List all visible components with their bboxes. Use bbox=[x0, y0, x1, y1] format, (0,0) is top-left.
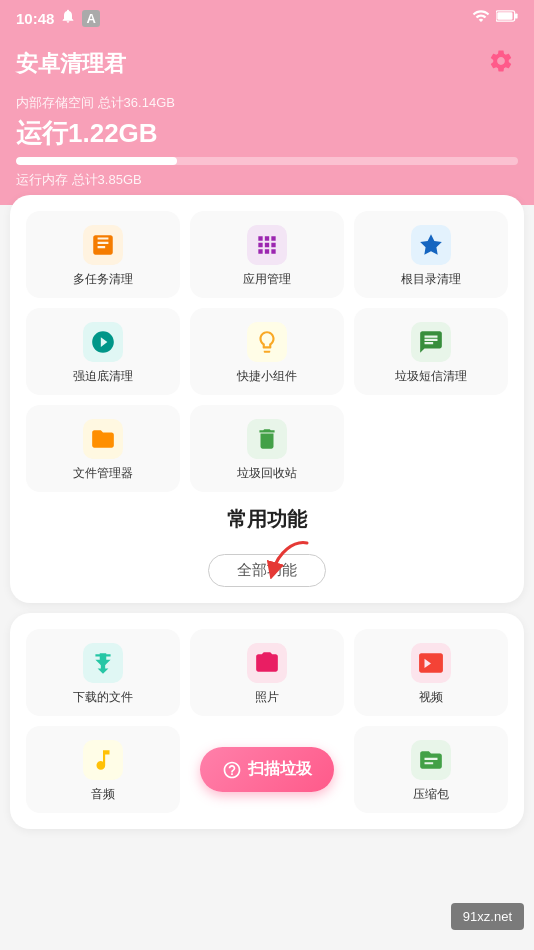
wifi-icon bbox=[472, 7, 490, 29]
filemgr-icon bbox=[83, 419, 123, 459]
smsclean-icon bbox=[411, 322, 451, 362]
status-left: 10:48 A bbox=[16, 8, 100, 28]
watermark: 91xz.net bbox=[451, 903, 524, 930]
audio-icon bbox=[83, 740, 123, 780]
multitask-icon bbox=[83, 225, 123, 265]
rootclean-icon bbox=[411, 225, 451, 265]
app-title: 安卓清理君 bbox=[16, 49, 126, 79]
scan-button-container: 扫描垃圾 bbox=[190, 726, 344, 813]
feature-rootclean-label: 根目录清理 bbox=[401, 271, 461, 288]
feature-deepclean-label: 强迫底清理 bbox=[73, 368, 133, 385]
ram-total-label: 运行内存 总计3.85GB bbox=[16, 171, 518, 189]
progress-fill bbox=[16, 157, 177, 165]
media-top-row: 下载的文件 照片 视频 bbox=[26, 629, 508, 716]
media-compress[interactable]: 压缩包 bbox=[354, 726, 508, 813]
ram-used-label: 运行1.22GB bbox=[16, 116, 518, 151]
widget-icon bbox=[247, 322, 287, 362]
feature-multitask[interactable]: 多任务清理 bbox=[26, 211, 180, 298]
media-audio[interactable]: 音频 bbox=[26, 726, 180, 813]
feature-deepclean[interactable]: 强迫底清理 bbox=[26, 308, 180, 395]
feature-multitask-label: 多任务清理 bbox=[73, 271, 133, 288]
download-icon bbox=[83, 643, 123, 683]
appmanage-icon bbox=[247, 225, 287, 265]
feature-recycle[interactable]: 垃圾回收站 bbox=[190, 405, 344, 492]
pointing-arrow bbox=[237, 539, 317, 579]
app-header: 安卓清理君 bbox=[0, 36, 534, 84]
internal-storage-label: 内部存储空间 总计36.14GB bbox=[16, 94, 518, 112]
scan-button[interactable]: 扫描垃圾 bbox=[200, 747, 334, 792]
feature-appmanage[interactable]: 应用管理 bbox=[190, 211, 344, 298]
scan-btn-label: 扫描垃圾 bbox=[248, 759, 312, 780]
media-video[interactable]: 视频 bbox=[354, 629, 508, 716]
photo-icon bbox=[247, 643, 287, 683]
media-download[interactable]: 下载的文件 bbox=[26, 629, 180, 716]
notification-icon bbox=[60, 8, 76, 28]
feature-rootclean[interactable]: 根目录清理 bbox=[354, 211, 508, 298]
feature-widget[interactable]: 快捷小组件 bbox=[190, 308, 344, 395]
recycle-icon bbox=[247, 419, 287, 459]
media-card: 下载的文件 照片 视频 bbox=[10, 613, 524, 829]
media-video-label: 视频 bbox=[419, 689, 443, 706]
feature-widget-label: 快捷小组件 bbox=[237, 368, 297, 385]
media-audio-label: 音频 bbox=[91, 786, 115, 803]
common-func-section: 常用功能 bbox=[26, 506, 508, 533]
svg-rect-2 bbox=[497, 12, 512, 20]
media-photo-label: 照片 bbox=[255, 689, 279, 706]
video-icon bbox=[411, 643, 451, 683]
features-grid: 多任务清理 应用管理 根目录清理 bbox=[26, 211, 508, 492]
status-right bbox=[472, 7, 518, 29]
arrow-button-area: 全部功能 bbox=[26, 543, 508, 587]
common-func-title: 常用功能 bbox=[26, 506, 508, 533]
feature-recycle-label: 垃圾回收站 bbox=[237, 465, 297, 482]
battery-icon bbox=[496, 9, 518, 27]
compress-icon bbox=[411, 740, 451, 780]
media-photo[interactable]: 照片 bbox=[190, 629, 344, 716]
settings-button[interactable] bbox=[484, 44, 518, 84]
media-bottom-row: 音频 扫描垃圾 压缩包 bbox=[26, 726, 508, 813]
sim-icon: A bbox=[82, 10, 99, 27]
feature-filemgr[interactable]: 文件管理器 bbox=[26, 405, 180, 492]
storage-section: 内部存储空间 总计36.14GB 运行1.22GB 运行内存 总计3.85GB bbox=[0, 84, 534, 205]
scan-icon bbox=[222, 760, 242, 780]
status-time: 10:48 bbox=[16, 10, 54, 27]
media-download-label: 下载的文件 bbox=[73, 689, 133, 706]
media-compress-label: 压缩包 bbox=[413, 786, 449, 803]
watermark-text: 91xz.net bbox=[463, 909, 512, 924]
status-bar: 10:48 A bbox=[0, 0, 534, 36]
storage-progress-bar bbox=[16, 157, 518, 165]
svg-rect-1 bbox=[515, 13, 518, 18]
feature-smsclean-label: 垃圾短信清理 bbox=[395, 368, 467, 385]
feature-filemgr-label: 文件管理器 bbox=[73, 465, 133, 482]
deepclean-icon bbox=[83, 322, 123, 362]
main-features-card: 多任务清理 应用管理 根目录清理 bbox=[10, 195, 524, 603]
feature-appmanage-label: 应用管理 bbox=[243, 271, 291, 288]
feature-smsclean[interactable]: 垃圾短信清理 bbox=[354, 308, 508, 395]
